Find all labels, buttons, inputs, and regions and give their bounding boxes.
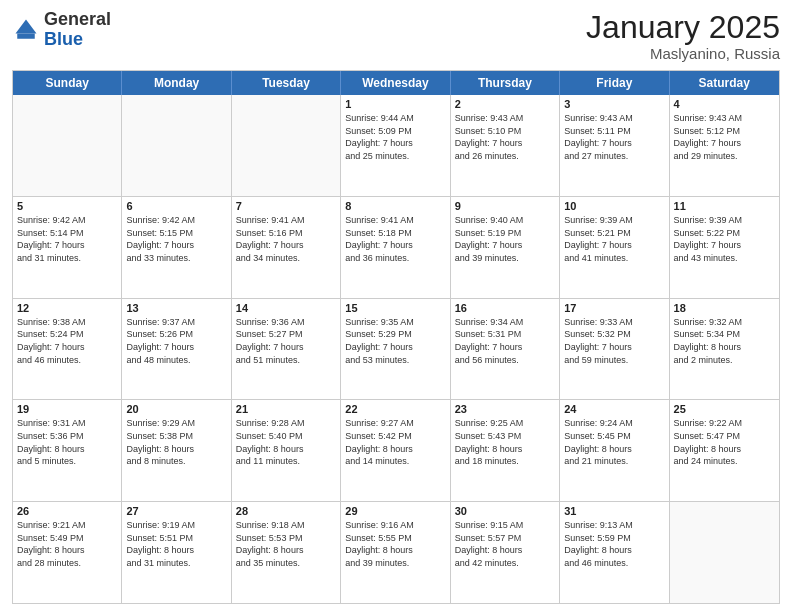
day-number: 15 [345, 302, 445, 314]
day-number: 7 [236, 200, 336, 212]
calendar-cell: 26Sunrise: 9:21 AM Sunset: 5:49 PM Dayli… [13, 502, 122, 603]
calendar-body: 1Sunrise: 9:44 AM Sunset: 5:09 PM Daylig… [13, 95, 779, 603]
cell-text: Sunrise: 9:35 AM Sunset: 5:29 PM Dayligh… [345, 316, 445, 366]
calendar-cell: 10Sunrise: 9:39 AM Sunset: 5:21 PM Dayli… [560, 197, 669, 298]
cell-text: Sunrise: 9:32 AM Sunset: 5:34 PM Dayligh… [674, 316, 775, 366]
calendar-cell: 18Sunrise: 9:32 AM Sunset: 5:34 PM Dayli… [670, 299, 779, 400]
cell-text: Sunrise: 9:25 AM Sunset: 5:43 PM Dayligh… [455, 417, 555, 467]
cell-text: Sunrise: 9:19 AM Sunset: 5:51 PM Dayligh… [126, 519, 226, 569]
cell-text: Sunrise: 9:43 AM Sunset: 5:11 PM Dayligh… [564, 112, 664, 162]
day-number: 26 [17, 505, 117, 517]
cell-text: Sunrise: 9:38 AM Sunset: 5:24 PM Dayligh… [17, 316, 117, 366]
day-number: 14 [236, 302, 336, 314]
cell-text: Sunrise: 9:18 AM Sunset: 5:53 PM Dayligh… [236, 519, 336, 569]
cell-text: Sunrise: 9:37 AM Sunset: 5:26 PM Dayligh… [126, 316, 226, 366]
title-month: January 2025 [586, 10, 780, 45]
calendar-week: 19Sunrise: 9:31 AM Sunset: 5:36 PM Dayli… [13, 400, 779, 502]
calendar-cell: 27Sunrise: 9:19 AM Sunset: 5:51 PM Dayli… [122, 502, 231, 603]
day-number: 29 [345, 505, 445, 517]
calendar-week: 26Sunrise: 9:21 AM Sunset: 5:49 PM Dayli… [13, 502, 779, 603]
title-location: Maslyanino, Russia [586, 45, 780, 62]
cell-text: Sunrise: 9:42 AM Sunset: 5:14 PM Dayligh… [17, 214, 117, 264]
day-number: 19 [17, 403, 117, 415]
cell-text: Sunrise: 9:29 AM Sunset: 5:38 PM Dayligh… [126, 417, 226, 467]
calendar-cell: 6Sunrise: 9:42 AM Sunset: 5:15 PM Daylig… [122, 197, 231, 298]
calendar-cell: 11Sunrise: 9:39 AM Sunset: 5:22 PM Dayli… [670, 197, 779, 298]
day-number: 22 [345, 403, 445, 415]
weekday-header: Sunday [13, 71, 122, 95]
calendar-cell: 5Sunrise: 9:42 AM Sunset: 5:14 PM Daylig… [13, 197, 122, 298]
cell-text: Sunrise: 9:33 AM Sunset: 5:32 PM Dayligh… [564, 316, 664, 366]
calendar-cell: 13Sunrise: 9:37 AM Sunset: 5:26 PM Dayli… [122, 299, 231, 400]
cell-text: Sunrise: 9:31 AM Sunset: 5:36 PM Dayligh… [17, 417, 117, 467]
weekday-header: Tuesday [232, 71, 341, 95]
cell-text: Sunrise: 9:13 AM Sunset: 5:59 PM Dayligh… [564, 519, 664, 569]
logo-general: General [44, 9, 111, 29]
day-number: 17 [564, 302, 664, 314]
day-number: 27 [126, 505, 226, 517]
day-number: 1 [345, 98, 445, 110]
cell-text: Sunrise: 9:22 AM Sunset: 5:47 PM Dayligh… [674, 417, 775, 467]
day-number: 8 [345, 200, 445, 212]
cell-text: Sunrise: 9:43 AM Sunset: 5:10 PM Dayligh… [455, 112, 555, 162]
day-number: 16 [455, 302, 555, 314]
calendar-cell: 31Sunrise: 9:13 AM Sunset: 5:59 PM Dayli… [560, 502, 669, 603]
svg-marker-0 [16, 19, 37, 33]
logo-icon [12, 16, 40, 44]
cell-text: Sunrise: 9:34 AM Sunset: 5:31 PM Dayligh… [455, 316, 555, 366]
cell-text: Sunrise: 9:43 AM Sunset: 5:12 PM Dayligh… [674, 112, 775, 162]
calendar-cell: 25Sunrise: 9:22 AM Sunset: 5:47 PM Dayli… [670, 400, 779, 501]
day-number: 11 [674, 200, 775, 212]
calendar-cell: 4Sunrise: 9:43 AM Sunset: 5:12 PM Daylig… [670, 95, 779, 196]
calendar-cell: 24Sunrise: 9:24 AM Sunset: 5:45 PM Dayli… [560, 400, 669, 501]
day-number: 5 [17, 200, 117, 212]
weekday-header: Thursday [451, 71, 560, 95]
cell-text: Sunrise: 9:39 AM Sunset: 5:22 PM Dayligh… [674, 214, 775, 264]
calendar-container: General Blue January 2025 Maslyanino, Ru… [0, 0, 792, 612]
calendar-week: 5Sunrise: 9:42 AM Sunset: 5:14 PM Daylig… [13, 197, 779, 299]
day-number: 6 [126, 200, 226, 212]
day-number: 4 [674, 98, 775, 110]
day-number: 28 [236, 505, 336, 517]
calendar-cell: 21Sunrise: 9:28 AM Sunset: 5:40 PM Dayli… [232, 400, 341, 501]
calendar-cell: 7Sunrise: 9:41 AM Sunset: 5:16 PM Daylig… [232, 197, 341, 298]
calendar-cell: 8Sunrise: 9:41 AM Sunset: 5:18 PM Daylig… [341, 197, 450, 298]
calendar-cell: 23Sunrise: 9:25 AM Sunset: 5:43 PM Dayli… [451, 400, 560, 501]
calendar-cell [13, 95, 122, 196]
calendar-cell: 30Sunrise: 9:15 AM Sunset: 5:57 PM Dayli… [451, 502, 560, 603]
calendar-cell: 16Sunrise: 9:34 AM Sunset: 5:31 PM Dayli… [451, 299, 560, 400]
calendar-cell: 12Sunrise: 9:38 AM Sunset: 5:24 PM Dayli… [13, 299, 122, 400]
day-number: 10 [564, 200, 664, 212]
day-number: 3 [564, 98, 664, 110]
calendar-cell [232, 95, 341, 196]
cell-text: Sunrise: 9:27 AM Sunset: 5:42 PM Dayligh… [345, 417, 445, 467]
calendar-week: 1Sunrise: 9:44 AM Sunset: 5:09 PM Daylig… [13, 95, 779, 197]
weekday-header: Monday [122, 71, 231, 95]
cell-text: Sunrise: 9:44 AM Sunset: 5:09 PM Dayligh… [345, 112, 445, 162]
cell-text: Sunrise: 9:41 AM Sunset: 5:18 PM Dayligh… [345, 214, 445, 264]
day-number: 24 [564, 403, 664, 415]
calendar-cell: 14Sunrise: 9:36 AM Sunset: 5:27 PM Dayli… [232, 299, 341, 400]
cell-text: Sunrise: 9:41 AM Sunset: 5:16 PM Dayligh… [236, 214, 336, 264]
calendar: SundayMondayTuesdayWednesdayThursdayFrid… [12, 70, 780, 604]
day-number: 30 [455, 505, 555, 517]
cell-text: Sunrise: 9:24 AM Sunset: 5:45 PM Dayligh… [564, 417, 664, 467]
day-number: 31 [564, 505, 664, 517]
day-number: 12 [17, 302, 117, 314]
day-number: 9 [455, 200, 555, 212]
day-number: 18 [674, 302, 775, 314]
calendar-cell: 20Sunrise: 9:29 AM Sunset: 5:38 PM Dayli… [122, 400, 231, 501]
svg-rect-1 [17, 33, 35, 38]
calendar-cell: 3Sunrise: 9:43 AM Sunset: 5:11 PM Daylig… [560, 95, 669, 196]
calendar-cell: 19Sunrise: 9:31 AM Sunset: 5:36 PM Dayli… [13, 400, 122, 501]
cell-text: Sunrise: 9:40 AM Sunset: 5:19 PM Dayligh… [455, 214, 555, 264]
calendar-header: SundayMondayTuesdayWednesdayThursdayFrid… [13, 71, 779, 95]
cell-text: Sunrise: 9:42 AM Sunset: 5:15 PM Dayligh… [126, 214, 226, 264]
cell-text: Sunrise: 9:15 AM Sunset: 5:57 PM Dayligh… [455, 519, 555, 569]
weekday-header: Saturday [670, 71, 779, 95]
day-number: 23 [455, 403, 555, 415]
calendar-week: 12Sunrise: 9:38 AM Sunset: 5:24 PM Dayli… [13, 299, 779, 401]
header: General Blue January 2025 Maslyanino, Ru… [12, 10, 780, 62]
logo: General Blue [12, 10, 111, 50]
day-number: 13 [126, 302, 226, 314]
